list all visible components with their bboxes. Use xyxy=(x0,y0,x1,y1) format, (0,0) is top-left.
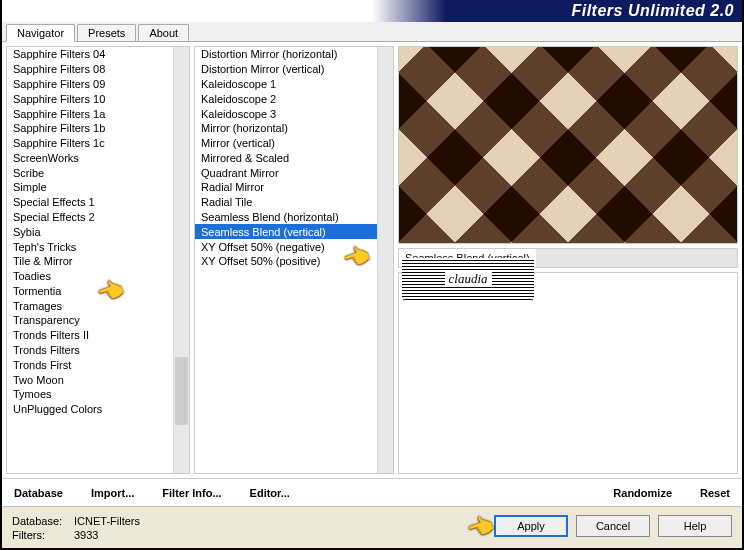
list-item[interactable]: Distortion Mirror (vertical) xyxy=(195,62,377,77)
list-item[interactable]: Mirror (vertical) xyxy=(195,136,377,151)
app-title: Filters Unlimited 2.0 xyxy=(571,2,734,20)
cancel-button[interactable]: Cancel xyxy=(576,515,650,537)
scroll-thumb[interactable] xyxy=(175,357,188,425)
list-item[interactable]: Sapphire Filters 09 xyxy=(7,77,173,92)
list-item[interactable]: Sapphire Filters 04 xyxy=(7,47,173,62)
reset-button[interactable]: Reset xyxy=(700,487,730,499)
watermark: claudia xyxy=(402,258,534,300)
list-item[interactable]: Toadies xyxy=(7,269,173,284)
list-item[interactable]: Simple xyxy=(7,180,173,195)
toolbar: Database Import... Filter Info... Editor… xyxy=(2,478,742,506)
list-item[interactable]: Quadrant Mirror xyxy=(195,165,377,180)
status-info: Database: ICNET-Filters Filters: 3933 xyxy=(12,515,140,541)
filter-list-panel: Distortion Mirror (horizontal)Distortion… xyxy=(194,46,394,474)
apply-button[interactable]: Apply xyxy=(494,515,568,537)
list-item[interactable]: Tronds First xyxy=(7,357,173,372)
filter-slider-track[interactable] xyxy=(536,249,737,267)
list-item[interactable]: Tronds Filters II xyxy=(7,328,173,343)
list-item[interactable]: Seamless Blend (vertical) xyxy=(195,224,377,239)
list-item[interactable]: Kaleidoscope 3 xyxy=(195,106,377,121)
list-item[interactable]: Sapphire Filters 1b xyxy=(7,121,173,136)
list-item[interactable]: Kaleidoscope 1 xyxy=(195,77,377,92)
list-item[interactable]: Tile & Mirror xyxy=(7,254,173,269)
list-item[interactable]: Mirrored & Scaled xyxy=(195,150,377,165)
preview-content xyxy=(399,47,737,243)
action-buttons: 👈 Apply Cancel Help xyxy=(459,515,732,541)
list-item[interactable]: Mirror (horizontal) xyxy=(195,121,377,136)
parameters-area xyxy=(398,272,738,474)
list-item[interactable]: XY Offset 50% (positive) xyxy=(195,254,377,269)
list-item[interactable]: Tymoes xyxy=(7,387,173,402)
list-item[interactable]: Special Effects 1 xyxy=(7,195,173,210)
list-item[interactable]: Sapphire Filters 1a xyxy=(7,106,173,121)
filters-label: Filters: xyxy=(12,529,68,541)
list-item[interactable]: Tormentia xyxy=(7,284,173,299)
title-bar: Filters Unlimited 2.0 xyxy=(2,0,742,22)
tab-about[interactable]: About xyxy=(138,24,189,41)
list-item[interactable]: Distortion Mirror (horizontal) xyxy=(195,47,377,62)
list-item[interactable]: Sapphire Filters 10 xyxy=(7,91,173,106)
filter-list[interactable]: Distortion Mirror (horizontal)Distortion… xyxy=(195,47,377,473)
list-item[interactable]: Sapphire Filters 1c xyxy=(7,136,173,151)
list-item[interactable]: Sapphire Filters 08 xyxy=(7,62,173,77)
category-list[interactable]: Sapphire Filters 04Sapphire Filters 08Sa… xyxy=(7,47,173,473)
database-label: Database: xyxy=(12,515,68,527)
list-item[interactable]: Seamless Blend (horizontal) xyxy=(195,210,377,225)
list-item[interactable]: Transparency xyxy=(7,313,173,328)
category-scrollbar[interactable] xyxy=(173,47,189,473)
database-value: ICNET-Filters xyxy=(74,515,140,527)
list-item[interactable]: Special Effects 2 xyxy=(7,210,173,225)
filters-value: 3933 xyxy=(74,529,98,541)
help-button[interactable]: Help xyxy=(658,515,732,537)
pointer-icon: 👈 xyxy=(463,511,497,545)
list-item[interactable]: UnPlugged Colors xyxy=(7,402,173,417)
list-item[interactable]: Sybia xyxy=(7,224,173,239)
list-item[interactable]: ScreenWorks xyxy=(7,150,173,165)
editor-button[interactable]: Editor... xyxy=(250,487,290,499)
database-button[interactable]: Database xyxy=(14,487,63,499)
list-item[interactable]: XY Offset 50% (negative) xyxy=(195,239,377,254)
preview-image xyxy=(398,46,738,244)
list-item[interactable]: Radial Mirror xyxy=(195,180,377,195)
status-bar: Database: ICNET-Filters Filters: 3933 👈 … xyxy=(2,506,742,548)
list-item[interactable]: Two Moon xyxy=(7,372,173,387)
randomize-button[interactable]: Randomize xyxy=(613,487,672,499)
list-item[interactable]: Radial Tile xyxy=(195,195,377,210)
filter-info-button[interactable]: Filter Info... xyxy=(162,487,221,499)
tab-presets[interactable]: Presets xyxy=(77,24,136,41)
list-item[interactable]: Scribe xyxy=(7,165,173,180)
import-button[interactable]: Import... xyxy=(91,487,134,499)
main-area: Sapphire Filters 04Sapphire Filters 08Sa… xyxy=(2,42,742,478)
list-item[interactable]: Tronds Filters xyxy=(7,343,173,358)
tab-strip: Navigator Presets About xyxy=(2,22,742,42)
list-item[interactable]: Tramages xyxy=(7,298,173,313)
filter-scrollbar[interactable] xyxy=(377,47,393,473)
category-list-panel: Sapphire Filters 04Sapphire Filters 08Sa… xyxy=(6,46,190,474)
tab-navigator[interactable]: Navigator xyxy=(6,24,75,42)
list-item[interactable]: Teph's Tricks xyxy=(7,239,173,254)
list-item[interactable]: Kaleidoscope 2 xyxy=(195,91,377,106)
